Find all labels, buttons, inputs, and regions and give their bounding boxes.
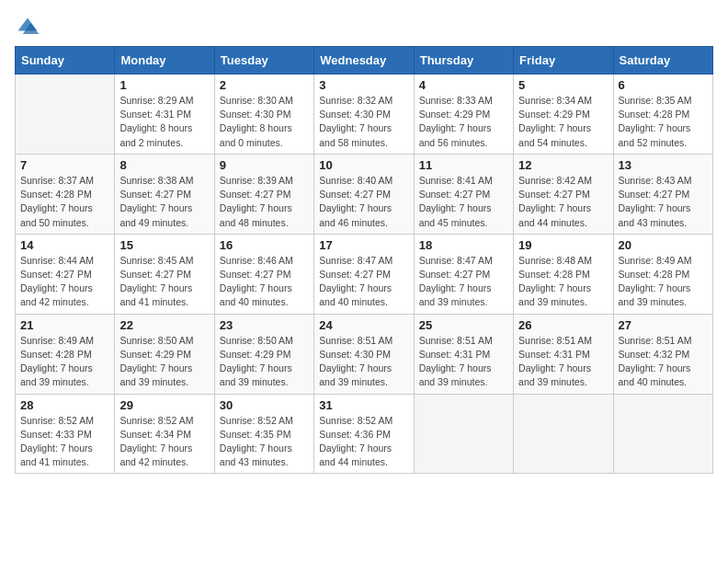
day-number: 7	[20, 158, 109, 172]
day-detail: Sunrise: 8:32 AMSunset: 4:30 PMDaylight:…	[319, 94, 408, 150]
calendar-cell: 28Sunrise: 8:52 AMSunset: 4:33 PMDayligh…	[16, 394, 115, 474]
calendar-cell: 11Sunrise: 8:41 AMSunset: 4:27 PMDayligh…	[414, 154, 513, 234]
day-number: 14	[20, 238, 109, 252]
day-detail: Sunrise: 8:51 AMSunset: 4:32 PMDaylight:…	[619, 334, 708, 390]
logo-icon	[15, 15, 40, 40]
calendar-cell: 26Sunrise: 8:51 AMSunset: 4:31 PMDayligh…	[514, 314, 613, 394]
calendar-header-row: SundayMondayTuesdayWednesdayThursdayFrid…	[16, 47, 713, 75]
calendar-cell: 12Sunrise: 8:42 AMSunset: 4:27 PMDayligh…	[514, 154, 613, 234]
weekday-header-thursday: Thursday	[414, 47, 513, 75]
logo	[15, 15, 44, 40]
calendar-cell: 14Sunrise: 8:44 AMSunset: 4:27 PMDayligh…	[16, 234, 115, 314]
day-detail: Sunrise: 8:35 AMSunset: 4:28 PMDaylight:…	[619, 94, 708, 150]
day-number: 19	[518, 238, 608, 252]
day-number: 31	[319, 398, 408, 412]
calendar-cell: 1Sunrise: 8:29 AMSunset: 4:31 PMDaylight…	[115, 75, 214, 155]
day-detail: Sunrise: 8:51 AMSunset: 4:31 PMDaylight:…	[419, 334, 508, 390]
calendar-cell: 20Sunrise: 8:49 AMSunset: 4:28 PMDayligh…	[613, 234, 712, 314]
day-detail: Sunrise: 8:52 AMSunset: 4:36 PMDaylight:…	[319, 414, 408, 470]
day-detail: Sunrise: 8:48 AMSunset: 4:28 PMDaylight:…	[518, 254, 608, 310]
day-number: 1	[119, 78, 209, 92]
day-number: 5	[518, 78, 608, 92]
day-number: 30	[220, 398, 309, 412]
calendar-cell: 19Sunrise: 8:48 AMSunset: 4:28 PMDayligh…	[514, 234, 613, 314]
calendar-cell	[613, 394, 712, 474]
day-number: 2	[220, 78, 309, 92]
day-number: 20	[619, 238, 708, 252]
day-detail: Sunrise: 8:52 AMSunset: 4:35 PMDaylight:…	[220, 414, 309, 470]
calendar-cell: 16Sunrise: 8:46 AMSunset: 4:27 PMDayligh…	[214, 234, 313, 314]
calendar-cell: 25Sunrise: 8:51 AMSunset: 4:31 PMDayligh…	[414, 314, 513, 394]
day-detail: Sunrise: 8:29 AMSunset: 4:31 PMDaylight:…	[119, 94, 209, 150]
calendar-cell: 17Sunrise: 8:47 AMSunset: 4:27 PMDayligh…	[314, 234, 414, 314]
day-detail: Sunrise: 8:46 AMSunset: 4:27 PMDaylight:…	[220, 254, 309, 310]
day-detail: Sunrise: 8:47 AMSunset: 4:27 PMDaylight:…	[319, 254, 408, 310]
calendar-week-row: 7Sunrise: 8:37 AMSunset: 4:28 PMDaylight…	[16, 154, 713, 234]
day-number: 3	[319, 78, 408, 92]
day-number: 26	[518, 318, 608, 332]
day-number: 8	[119, 158, 209, 172]
day-number: 16	[220, 238, 309, 252]
day-number: 25	[419, 318, 508, 332]
calendar-cell: 9Sunrise: 8:39 AMSunset: 4:27 PMDaylight…	[214, 154, 313, 234]
calendar-week-row: 21Sunrise: 8:49 AMSunset: 4:28 PMDayligh…	[16, 314, 713, 394]
calendar-cell: 7Sunrise: 8:37 AMSunset: 4:28 PMDaylight…	[16, 154, 115, 234]
day-number: 15	[119, 238, 209, 252]
calendar-cell: 3Sunrise: 8:32 AMSunset: 4:30 PMDaylight…	[314, 75, 414, 155]
calendar-week-row: 1Sunrise: 8:29 AMSunset: 4:31 PMDaylight…	[16, 75, 713, 155]
day-detail: Sunrise: 8:39 AMSunset: 4:27 PMDaylight:…	[220, 174, 309, 230]
day-number: 12	[518, 158, 608, 172]
calendar-cell: 10Sunrise: 8:40 AMSunset: 4:27 PMDayligh…	[314, 154, 414, 234]
day-number: 13	[619, 158, 708, 172]
calendar-cell: 15Sunrise: 8:45 AMSunset: 4:27 PMDayligh…	[115, 234, 214, 314]
day-detail: Sunrise: 8:34 AMSunset: 4:29 PMDaylight:…	[518, 94, 608, 150]
day-number: 10	[319, 158, 408, 172]
calendar-cell: 8Sunrise: 8:38 AMSunset: 4:27 PMDaylight…	[115, 154, 214, 234]
day-detail: Sunrise: 8:51 AMSunset: 4:31 PMDaylight:…	[518, 334, 608, 390]
day-detail: Sunrise: 8:50 AMSunset: 4:29 PMDaylight:…	[119, 334, 209, 390]
day-number: 24	[319, 318, 408, 332]
calendar-cell: 24Sunrise: 8:51 AMSunset: 4:30 PMDayligh…	[314, 314, 414, 394]
day-detail: Sunrise: 8:49 AMSunset: 4:28 PMDaylight:…	[20, 334, 109, 390]
day-detail: Sunrise: 8:38 AMSunset: 4:27 PMDaylight:…	[119, 174, 209, 230]
calendar-cell: 23Sunrise: 8:50 AMSunset: 4:29 PMDayligh…	[214, 314, 313, 394]
day-detail: Sunrise: 8:40 AMSunset: 4:27 PMDaylight:…	[319, 174, 408, 230]
day-detail: Sunrise: 8:44 AMSunset: 4:27 PMDaylight:…	[20, 254, 109, 310]
day-detail: Sunrise: 8:45 AMSunset: 4:27 PMDaylight:…	[119, 254, 209, 310]
calendar-cell: 27Sunrise: 8:51 AMSunset: 4:32 PMDayligh…	[613, 314, 712, 394]
calendar-cell	[514, 394, 613, 474]
day-detail: Sunrise: 8:52 AMSunset: 4:34 PMDaylight:…	[119, 414, 209, 470]
calendar-cell: 31Sunrise: 8:52 AMSunset: 4:36 PMDayligh…	[314, 394, 414, 474]
day-detail: Sunrise: 8:30 AMSunset: 4:30 PMDaylight:…	[220, 94, 309, 150]
weekday-header-tuesday: Tuesday	[214, 47, 313, 75]
page-header	[15, 15, 713, 40]
day-detail: Sunrise: 8:49 AMSunset: 4:28 PMDaylight:…	[619, 254, 708, 310]
calendar-cell: 21Sunrise: 8:49 AMSunset: 4:28 PMDayligh…	[16, 314, 115, 394]
day-number: 21	[20, 318, 109, 332]
day-number: 4	[419, 78, 508, 92]
day-number: 11	[419, 158, 508, 172]
calendar-cell: 4Sunrise: 8:33 AMSunset: 4:29 PMDaylight…	[414, 75, 513, 155]
calendar-cell	[414, 394, 513, 474]
calendar-cell: 13Sunrise: 8:43 AMSunset: 4:27 PMDayligh…	[613, 154, 712, 234]
day-detail: Sunrise: 8:33 AMSunset: 4:29 PMDaylight:…	[419, 94, 508, 150]
day-number: 29	[119, 398, 209, 412]
calendar-cell	[16, 75, 115, 155]
day-detail: Sunrise: 8:47 AMSunset: 4:27 PMDaylight:…	[419, 254, 508, 310]
calendar-cell: 29Sunrise: 8:52 AMSunset: 4:34 PMDayligh…	[115, 394, 214, 474]
calendar-week-row: 28Sunrise: 8:52 AMSunset: 4:33 PMDayligh…	[16, 394, 713, 474]
day-detail: Sunrise: 8:41 AMSunset: 4:27 PMDaylight:…	[419, 174, 508, 230]
day-detail: Sunrise: 8:52 AMSunset: 4:33 PMDaylight:…	[20, 414, 109, 470]
day-number: 17	[319, 238, 408, 252]
day-detail: Sunrise: 8:37 AMSunset: 4:28 PMDaylight:…	[20, 174, 109, 230]
weekday-header-friday: Friday	[514, 47, 613, 75]
day-detail: Sunrise: 8:51 AMSunset: 4:30 PMDaylight:…	[319, 334, 408, 390]
day-detail: Sunrise: 8:50 AMSunset: 4:29 PMDaylight:…	[220, 334, 309, 390]
calendar-cell: 18Sunrise: 8:47 AMSunset: 4:27 PMDayligh…	[414, 234, 513, 314]
day-number: 22	[119, 318, 209, 332]
weekday-header-wednesday: Wednesday	[314, 47, 414, 75]
day-number: 27	[619, 318, 708, 332]
calendar-cell: 5Sunrise: 8:34 AMSunset: 4:29 PMDaylight…	[514, 75, 613, 155]
day-number: 28	[20, 398, 109, 412]
calendar-cell: 22Sunrise: 8:50 AMSunset: 4:29 PMDayligh…	[115, 314, 214, 394]
